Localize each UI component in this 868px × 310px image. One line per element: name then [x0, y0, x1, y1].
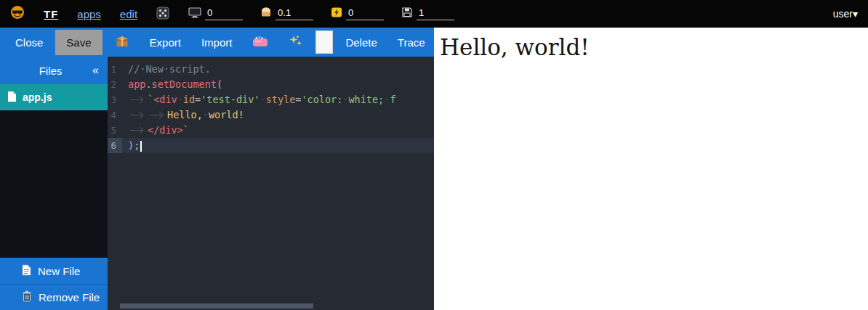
tab-whitespace-marker [148, 107, 167, 122]
dice-icon [156, 7, 169, 22]
floppy-icon [401, 7, 413, 21]
tab-whitespace-marker [128, 123, 148, 137]
new-file-button[interactable]: New File [0, 258, 108, 284]
brand-link[interactable]: TF [44, 8, 58, 20]
tab-whitespace-marker [128, 92, 148, 107]
sparkles-icon [289, 34, 303, 51]
remove-file-label: Remove File [39, 291, 100, 303]
remove-file-button[interactable]: Remove File [0, 284, 108, 310]
meter-monitor: 0 [188, 7, 243, 21]
line-number: 3 [108, 92, 122, 107]
code-line: 6); [108, 138, 434, 153]
package-button[interactable] [107, 29, 137, 56]
scrollbar-thumb[interactable] [120, 303, 313, 309]
save-button[interactable]: Save [55, 30, 102, 55]
code-line: 2app.setDocument( [108, 77, 434, 92]
code-line: 4Hello,·world! [108, 107, 434, 123]
user-menu-button[interactable]: user▾ [833, 8, 858, 20]
monitor-icon [188, 7, 201, 21]
file-item-appjs[interactable]: app.js [0, 84, 108, 110]
editor-toolbar: Close Save Export Import [0, 28, 434, 57]
line-number: 4 [108, 107, 122, 123]
collapse-sidebar-button[interactable]: « [92, 64, 99, 77]
soap-button[interactable] [244, 30, 276, 54]
meter-monitor-value[interactable]: 0 [205, 7, 243, 20]
main-area: Close Save Export Import [0, 28, 868, 310]
files-header: Files « [0, 57, 108, 84]
code-lines: 1//·New·script.2app.setDocument(3`<div·i… [108, 62, 434, 153]
file-list-empty-area [0, 110, 108, 258]
import-button[interactable]: Import [193, 31, 241, 54]
editor-column: Close Save Export Import [0, 28, 434, 310]
code-line: 1//·New·script. [108, 62, 434, 77]
workspace: Files « app.js [0, 57, 434, 310]
line-number: 2 [108, 77, 122, 92]
file-icon [7, 91, 17, 105]
trash-icon [22, 290, 32, 304]
meter-storage: 1 [401, 7, 454, 21]
meter-bread-value[interactable]: 0.1 [276, 7, 313, 20]
new-file-label: New File [38, 265, 80, 277]
meter-storage-value[interactable]: 1 [417, 7, 454, 20]
topbar: TF apps edit [0, 0, 868, 28]
meter-bread: 0.1 [260, 7, 313, 20]
new-file-icon [22, 264, 31, 278]
preview-pane: Hello, world! [434, 28, 868, 310]
line-number: 5 [108, 123, 122, 138]
line-number: 1 [108, 62, 122, 77]
code-line-text: `<div·id='test-div'·style='color:·white;… [122, 92, 396, 107]
soap-icon [252, 36, 268, 49]
resource-meters: 0 0.1 0 [188, 7, 454, 21]
app-window: TF apps edit [0, 0, 868, 310]
file-name: app.js [23, 91, 52, 103]
text-cursor [140, 141, 142, 152]
preview-text: Hello, world! [440, 35, 862, 61]
horizontal-scrollbar [108, 303, 434, 309]
edit-link[interactable]: edit [120, 8, 137, 20]
trace-button[interactable]: Trace [390, 31, 433, 54]
code-line-text: ); [122, 138, 142, 153]
meter-battery: 0 [331, 7, 384, 21]
code-line-text: Hello,·world! [122, 107, 244, 123]
code-line: 3`<div·id='test-div'·style='color:·white… [108, 92, 434, 107]
dice-button[interactable] [156, 7, 169, 22]
blank-button[interactable] [316, 30, 333, 54]
package-icon [115, 34, 129, 51]
tab-whitespace-marker [128, 107, 148, 122]
meter-battery-value[interactable]: 0 [346, 7, 384, 20]
export-button[interactable]: Export [142, 31, 189, 54]
line-number: 6 [108, 138, 122, 153]
battery-icon [331, 7, 342, 21]
files-sidebar: Files « app.js [0, 57, 108, 310]
code-editor[interactable]: 1//·New·script.2app.setDocument(3`<div·i… [108, 57, 434, 310]
code-line: 5</div>` [108, 123, 434, 138]
code-line-text: //·New·script. [122, 62, 211, 77]
code-line-text: </div>` [122, 123, 189, 138]
delete-button[interactable]: Delete [337, 31, 385, 54]
close-button[interactable]: Close [7, 31, 51, 54]
code-line-text: app.setDocument( [122, 77, 222, 92]
apps-link[interactable]: apps [77, 8, 101, 20]
files-header-label: Files [9, 65, 92, 77]
smiley-logo-icon [10, 5, 25, 23]
bread-icon [260, 7, 272, 20]
sparkles-button[interactable] [281, 29, 311, 56]
